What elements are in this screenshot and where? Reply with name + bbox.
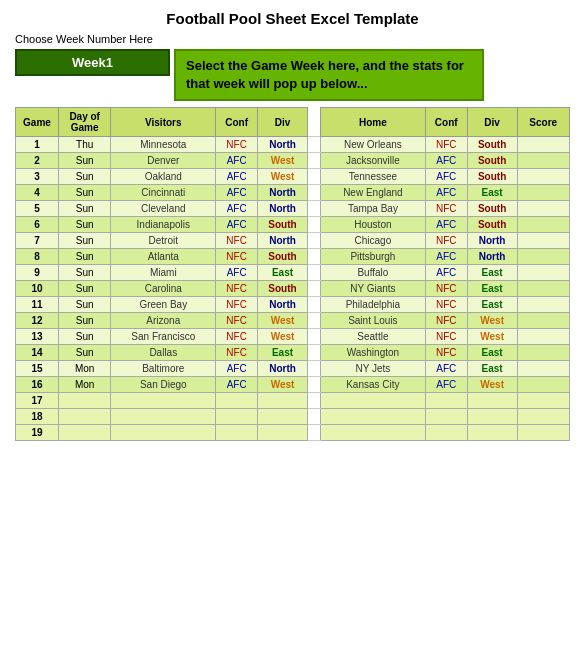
table-cell: North xyxy=(258,185,308,201)
table-cell: Chicago xyxy=(320,233,425,249)
table-row: 15MonBaltimoreAFCNorthNY JetsAFCEast xyxy=(16,361,570,377)
week-selector[interactable]: Week1 xyxy=(15,49,170,76)
table-cell: AFC xyxy=(425,185,467,201)
table-cell xyxy=(307,313,320,329)
table-cell xyxy=(307,361,320,377)
table-cell: NFC xyxy=(216,297,258,313)
table-cell: 16 xyxy=(16,377,59,393)
table-cell: NFC xyxy=(425,233,467,249)
table-cell xyxy=(216,425,258,441)
page-title: Football Pool Sheet Excel Template xyxy=(15,10,570,27)
table-cell xyxy=(517,297,570,313)
table-cell: Sun xyxy=(58,201,110,217)
table-cell xyxy=(307,153,320,169)
table-cell: Sun xyxy=(58,185,110,201)
table-cell xyxy=(517,361,570,377)
table-cell: NFC xyxy=(216,329,258,345)
table-cell: West xyxy=(467,377,517,393)
table-cell: South xyxy=(258,281,308,297)
table-cell: Miami xyxy=(111,265,216,281)
table-cell: 18 xyxy=(16,409,59,425)
table-cell xyxy=(58,409,110,425)
table-cell xyxy=(216,409,258,425)
table-cell: Green Bay xyxy=(111,297,216,313)
table-cell: South xyxy=(467,153,517,169)
header-game: Game xyxy=(16,108,59,137)
table-cell: 2 xyxy=(16,153,59,169)
table-cell xyxy=(517,313,570,329)
table-cell: Saint Louis xyxy=(320,313,425,329)
table-cell: Sun xyxy=(58,265,110,281)
table-cell: West xyxy=(258,169,308,185)
header-vdiv: Div xyxy=(258,108,308,137)
table-cell: NFC xyxy=(425,297,467,313)
table-cell: North xyxy=(258,297,308,313)
table-cell: Mon xyxy=(58,361,110,377)
table-cell: 11 xyxy=(16,297,59,313)
table-cell: North xyxy=(258,201,308,217)
table-cell xyxy=(258,409,308,425)
table-cell: East xyxy=(258,345,308,361)
table-cell xyxy=(517,233,570,249)
table-cell: AFC xyxy=(425,217,467,233)
table-row: 4SunCincinnatiAFCNorthNew EnglandAFCEast xyxy=(16,185,570,201)
table-row: 3SunOaklandAFCWestTennesseeAFCSouth xyxy=(16,169,570,185)
table-row: 9SunMiamiAFCEastBuffaloAFCEast xyxy=(16,265,570,281)
table-cell: Minnesota xyxy=(111,137,216,153)
table-cell xyxy=(425,409,467,425)
table-cell: 1 xyxy=(16,137,59,153)
table-cell: AFC xyxy=(425,377,467,393)
table-cell: Sun xyxy=(58,233,110,249)
table-cell xyxy=(425,393,467,409)
table-cell: NFC xyxy=(425,281,467,297)
table-cell xyxy=(307,265,320,281)
table-cell xyxy=(517,201,570,217)
table-cell: NFC xyxy=(216,313,258,329)
table-cell: Buffalo xyxy=(320,265,425,281)
table-cell: 9 xyxy=(16,265,59,281)
table-cell: East xyxy=(467,345,517,361)
table-cell xyxy=(517,169,570,185)
table-cell: AFC xyxy=(216,185,258,201)
table-cell: NFC xyxy=(216,137,258,153)
table-cell: AFC xyxy=(425,169,467,185)
table-cell: NY Jets xyxy=(320,361,425,377)
pool-table: Game Day of Game Visitors Conf Div Home … xyxy=(15,107,570,441)
table-cell: 17 xyxy=(16,393,59,409)
table-cell: Sun xyxy=(58,345,110,361)
table-cell: Sun xyxy=(58,329,110,345)
table-cell xyxy=(307,377,320,393)
table-cell: San Francisco xyxy=(111,329,216,345)
table-cell: AFC xyxy=(216,153,258,169)
header-hdiv: Div xyxy=(467,108,517,137)
table-cell: Carolina xyxy=(111,281,216,297)
table-cell: East xyxy=(467,297,517,313)
table-cell: Detroit xyxy=(111,233,216,249)
header-day: Day of Game xyxy=(58,108,110,137)
table-row: 19 xyxy=(16,425,570,441)
table-cell xyxy=(307,425,320,441)
table-cell xyxy=(307,137,320,153)
table-cell: AFC xyxy=(216,377,258,393)
table-cell xyxy=(307,169,320,185)
table-cell: 12 xyxy=(16,313,59,329)
table-cell xyxy=(307,345,320,361)
table-cell xyxy=(320,425,425,441)
header-score: Score xyxy=(517,108,570,137)
table-cell: 19 xyxy=(16,425,59,441)
table-cell: Tennessee xyxy=(320,169,425,185)
table-cell: West xyxy=(258,153,308,169)
table-row: 16MonSan DiegoAFCWestKansas CityAFCWest xyxy=(16,377,570,393)
table-cell: Oakland xyxy=(111,169,216,185)
table-cell: AFC xyxy=(216,201,258,217)
header-vconf: Conf xyxy=(216,108,258,137)
table-cell: NFC xyxy=(425,345,467,361)
header-spacer xyxy=(307,108,320,137)
table-cell: West xyxy=(258,329,308,345)
table-cell: 3 xyxy=(16,169,59,185)
table-cell: Tampa Bay xyxy=(320,201,425,217)
table-cell xyxy=(307,249,320,265)
table-cell: NFC xyxy=(425,137,467,153)
table-cell: AFC xyxy=(425,361,467,377)
table-cell: Houston xyxy=(320,217,425,233)
